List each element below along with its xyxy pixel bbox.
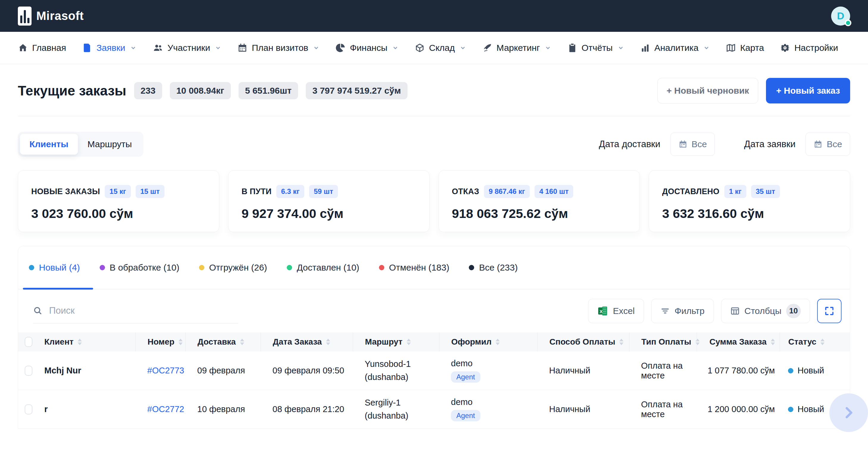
sort-icon[interactable]: [407, 338, 411, 345]
card-title: ОТКАЗ: [452, 187, 479, 196]
nav-item-orders[interactable]: Заявки: [82, 43, 136, 53]
total-amount-badge: 3 797 974 519.27 сўм: [306, 82, 407, 99]
sort-icon[interactable]: [771, 338, 775, 345]
nav-item-finance[interactable]: Финансы: [336, 43, 399, 53]
nav-item-settings[interactable]: Настройки: [780, 43, 838, 53]
map-icon: [726, 43, 736, 53]
column-header-route[interactable]: Маршрут: [353, 332, 439, 351]
nav-item-members[interactable]: Участники: [153, 43, 221, 53]
new-draft-button[interactable]: + Новый черновик: [657, 78, 758, 103]
table-row[interactable]: r #OC2772 10 февраля 08 февраля 21:20 Se…: [18, 390, 850, 429]
column-header-client[interactable]: Клиент: [32, 332, 135, 351]
route-day: (dushanba): [365, 371, 408, 384]
row-checkbox[interactable]: [25, 404, 32, 415]
excel-export-button[interactable]: X Excel: [588, 299, 644, 323]
card-amount: 3 632 316.60 сўм: [662, 206, 837, 221]
scroll-right-button[interactable]: [829, 393, 868, 432]
columns-button[interactable]: Столбцы 10: [721, 299, 810, 323]
agent-name: demo: [451, 359, 473, 368]
tab-label: Доставлен (10): [297, 262, 359, 273]
nav-label: Заявки: [96, 43, 125, 53]
card-title: В ПУТИ: [242, 187, 272, 196]
column-header-number[interactable]: Номер: [135, 332, 185, 351]
column-header-order-date[interactable]: Дата Заказа: [260, 332, 353, 351]
nav-item-reports[interactable]: Отчёты: [567, 43, 624, 53]
sort-icon[interactable]: [240, 338, 244, 345]
agent-role-badge: Agent: [451, 371, 480, 383]
request-date-button[interactable]: Все: [806, 133, 850, 156]
sort-icon[interactable]: [619, 338, 623, 345]
select-all-checkbox[interactable]: [25, 337, 32, 347]
warehouse-icon: [415, 43, 425, 53]
cell-amount: 1 077 780.00 сўм: [697, 351, 780, 390]
toggle-clients[interactable]: Клиенты: [20, 134, 78, 155]
status-dot-icon: [199, 265, 204, 270]
filter-button[interactable]: Фильтр: [651, 299, 714, 323]
row-checkbox[interactable]: [25, 366, 32, 376]
card-weight-badge: 1 кг: [724, 185, 746, 198]
tab-cancelled[interactable]: Отменён (183): [379, 246, 450, 289]
cell-payment-type: Оплата на месте: [629, 351, 697, 390]
nav-item-warehouse[interactable]: Склад: [415, 43, 466, 53]
filter-label: Фильтр: [675, 306, 705, 316]
title-row: Текущие заказы 233 10 008.94кг 5 651.96ш…: [18, 78, 850, 103]
card-count-badge: 4 160 шт: [534, 185, 573, 198]
cell-client: r: [32, 390, 135, 428]
brand[interactable]: Mirasoft: [18, 6, 84, 26]
analytics-icon: [640, 43, 650, 53]
order-number-link[interactable]: #OC2773: [147, 366, 184, 376]
nav-item-map[interactable]: Карта: [726, 43, 764, 53]
column-header-payment-type[interactable]: Тип Оплаты: [629, 332, 697, 351]
toggle-routes[interactable]: Маршруты: [78, 134, 141, 155]
order-number-link[interactable]: #OC2772: [147, 404, 184, 414]
sort-icon[interactable]: [78, 338, 82, 345]
orders-icon: [82, 43, 92, 53]
agent-role-badge: Agent: [451, 410, 480, 421]
search-box[interactable]: [33, 298, 238, 323]
tab-processing[interactable]: В обработке (10): [100, 246, 179, 289]
tab-new[interactable]: Новый (4): [29, 246, 80, 289]
sort-icon[interactable]: [326, 338, 330, 345]
nav-item-analytics[interactable]: Аналитика: [640, 43, 710, 53]
table-header: Клиент Номер Доставка Дата Заказа Маршру…: [18, 332, 850, 351]
new-order-button[interactable]: + Новый заказ: [766, 78, 850, 103]
nav-item-home[interactable]: Главная: [18, 43, 66, 53]
settings-icon: [780, 43, 790, 53]
nav-item-marketing[interactable]: Маркетинг: [482, 43, 551, 53]
table-toolbar: X Excel Фильтр Столбцы 10: [18, 289, 850, 332]
cell-agent: demo Agent: [439, 390, 537, 428]
column-header-amount[interactable]: Сумма Заказа: [697, 332, 780, 351]
column-header-payment-method[interactable]: Способ Оплаты: [537, 332, 629, 351]
nav-label: Настройки: [794, 43, 838, 53]
nav-label: Маркетинг: [496, 43, 540, 53]
sort-icon[interactable]: [820, 338, 825, 345]
fullscreen-button[interactable]: [817, 299, 841, 323]
column-header-agent[interactable]: Оформил: [439, 332, 537, 351]
cell-client: Mchj Nur: [32, 351, 135, 390]
sort-icon[interactable]: [496, 338, 500, 345]
stat-card-in-transit: В ПУТИ 6.3 кг 59 шт 9 927 374.00 сўм: [228, 170, 430, 232]
orders-count-badge: 233: [134, 82, 162, 99]
search-input[interactable]: [49, 305, 216, 316]
user-avatar[interactable]: D: [831, 6, 850, 26]
total-weight-badge: 10 008.94кг: [170, 82, 231, 99]
tab-delivered[interactable]: Доставлен (10): [287, 246, 359, 289]
marketing-icon: [482, 43, 492, 53]
status-tabs: Новый (4) В обработке (10) Отгружён (26)…: [18, 246, 850, 289]
table-row[interactable]: Mchj Nur #OC2773 09 февраля 09 февраля 0…: [18, 351, 850, 390]
delivery-date-button[interactable]: Все: [671, 133, 715, 156]
nav-item-visit-plan[interactable]: План визитов: [237, 43, 319, 53]
sort-icon[interactable]: [179, 338, 183, 345]
nav-label: План визитов: [252, 43, 308, 53]
card-weight-badge: 15 кг: [105, 185, 131, 198]
delivery-date-value: Все: [692, 139, 707, 149]
cell-order-date: 09 февраля 09:50: [260, 351, 353, 390]
tab-all[interactable]: Все (233): [469, 246, 518, 289]
column-header-delivery[interactable]: Доставка: [185, 332, 260, 351]
cell-agent: demo Agent: [439, 351, 537, 390]
chevron-down-icon: [313, 44, 319, 51]
column-header-status[interactable]: Статус: [780, 332, 850, 351]
filter-icon: [660, 306, 670, 316]
total-units-badge: 5 651.96шт: [239, 82, 298, 99]
tab-shipped[interactable]: Отгружён (26): [199, 246, 267, 289]
